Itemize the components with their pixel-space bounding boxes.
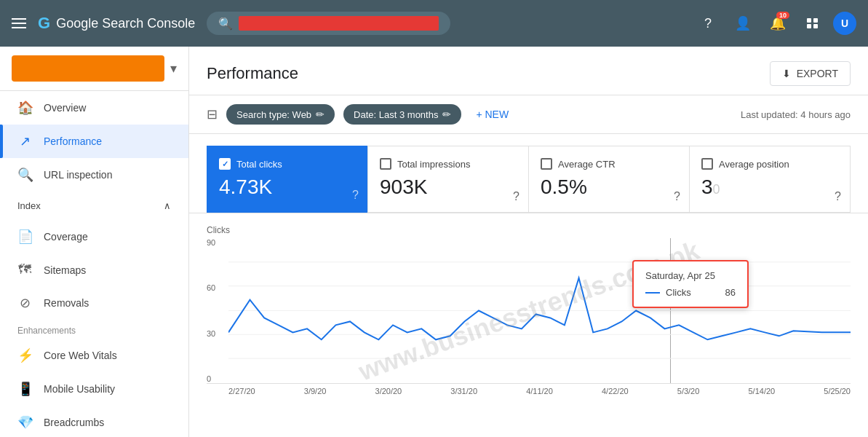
apps-button[interactable] <box>798 9 827 38</box>
avatar[interactable]: U <box>833 12 856 35</box>
tooltip-date: Saturday, Apr 25 <box>645 270 736 281</box>
export-label: EXPORT <box>797 68 838 79</box>
new-label: + NEW <box>476 109 509 120</box>
account-button[interactable]: 👤 <box>728 9 757 38</box>
mobile-icon: 📱 <box>17 381 32 397</box>
breadcrumbs-icon: 💎 <box>17 414 32 430</box>
index-section-header[interactable]: Index ∧ <box>0 192 188 220</box>
chevron-down-icon[interactable]: ▾ <box>170 60 177 76</box>
metrics-row: Total clicks 4.73K ? Total impressions 9… <box>189 134 868 213</box>
chart-svg <box>228 238 851 383</box>
metric-checkbox[interactable] <box>701 158 713 170</box>
metric-value: 30 <box>701 176 838 199</box>
trending-icon: ↗ <box>17 133 32 149</box>
home-icon: 🏠 <box>17 100 32 116</box>
main-content: Performance ⬇ EXPORT ⊟ Search type: Web … <box>189 47 868 437</box>
y-axis-label: 30 <box>207 329 228 338</box>
sidebar-item-label: Performance <box>44 135 102 147</box>
date-chip[interactable]: Date: Last 3 months ✏ <box>343 104 461 125</box>
sidebar-item-label: Core Web Vitals <box>44 350 117 361</box>
chart-tooltip: Saturday, Apr 25 Clicks 86 <box>632 260 749 308</box>
grid-icon <box>807 18 819 28</box>
metric-card-header: Total clicks <box>219 158 356 170</box>
metric-card-header: Average CTR <box>541 158 677 170</box>
metric-card-average-position[interactable]: Average position 30 ? <box>689 146 851 213</box>
core-web-vitals-icon: ⚡ <box>17 347 32 363</box>
app-body: ▾ 🏠 Overview ↗ Performance 🔍 URL inspect… <box>0 47 868 437</box>
header-icons: ? 👤 🔔 10 U <box>693 9 856 38</box>
sidebar-item-removals[interactable]: ⊘ Removals <box>0 286 188 320</box>
metric-label: Total clicks <box>236 159 282 170</box>
sidebar-item-label: Breadcrumbs <box>44 417 104 428</box>
search-type-chip[interactable]: Search type: Web ✏ <box>226 104 335 125</box>
sitemaps-icon: 🗺 <box>17 262 32 277</box>
x-axis-label: 5/25/20 <box>824 387 851 395</box>
page-title: Performance <box>207 64 770 83</box>
y-axis-label: 90 <box>207 238 228 247</box>
new-filter-button[interactable]: + NEW <box>470 104 514 125</box>
metric-card-total-impressions[interactable]: Total impressions 903K ? <box>367 146 528 213</box>
chart-y-axis: 90 60 30 0 <box>207 238 228 383</box>
chart-y-label: Clicks <box>207 225 851 235</box>
x-axis-label: 2/27/20 <box>228 387 255 395</box>
metric-checkbox[interactable] <box>541 158 552 170</box>
metric-card-average-ctr[interactable]: Average CTR 0.5% ? <box>528 146 689 213</box>
date-label: Date: Last 3 months <box>354 109 438 120</box>
metric-label: Average position <box>719 159 789 170</box>
export-button[interactable]: ⬇ EXPORT <box>770 61 851 86</box>
search-bar[interactable]: 🔍 <box>207 12 450 35</box>
chart-container[interactable]: 90 60 30 0 <box>207 238 851 384</box>
tooltip-metric-label: Clicks <box>666 287 720 298</box>
tooltip-row: Clicks 86 <box>645 287 736 298</box>
metric-card-header: Total impressions <box>380 158 517 170</box>
app-logo: G Google Search Console <box>38 14 195 33</box>
notifications-button[interactable]: 🔔 10 <box>763 9 792 38</box>
x-axis-label: 4/11/20 <box>526 387 553 395</box>
sidebar-item-label: Mobile Usability <box>44 383 115 395</box>
coverage-icon: 📄 <box>17 229 32 245</box>
help-icon[interactable]: ? <box>835 190 841 203</box>
sidebar-item-label: Removals <box>44 297 89 309</box>
download-icon: ⬇ <box>782 68 791 79</box>
chart-area: Clicks 90 60 30 0 <box>189 213 868 407</box>
sidebar-item-coverage[interactable]: 📄 Coverage <box>0 220 188 253</box>
filter-icon[interactable]: ⊟ <box>207 106 218 122</box>
removals-icon: ⊘ <box>17 295 32 311</box>
notification-badge: 10 <box>776 12 789 19</box>
sidebar-item-mobile-usability[interactable]: 📱 Mobile Usability <box>0 372 188 406</box>
metric-label: Total impressions <box>397 159 470 170</box>
inspect-icon: 🔍 <box>17 167 32 183</box>
sidebar-item-breadcrumbs[interactable]: 💎 Breadcrumbs <box>0 406 188 437</box>
metric-checkbox[interactable] <box>219 158 231 170</box>
help-icon[interactable]: ? <box>513 190 519 203</box>
sidebar-item-overview[interactable]: 🏠 Overview <box>0 91 188 125</box>
help-icon[interactable]: ? <box>674 190 680 203</box>
metric-checkbox[interactable] <box>380 158 391 170</box>
sidebar-item-label: URL inspection <box>44 169 112 181</box>
filter-bar: ⊟ Search type: Web ✏ Date: Last 3 months… <box>189 95 868 134</box>
sidebar-item-performance[interactable]: ↗ Performance <box>0 125 188 158</box>
x-axis-label: 4/22/20 <box>602 387 629 395</box>
property-selector[interactable]: ▾ <box>0 47 188 91</box>
edit-icon: ✏ <box>442 109 451 120</box>
sidebar-item-label: Overview <box>44 102 86 114</box>
x-axis-label: 5/3/20 <box>677 387 700 395</box>
sidebar-item-url-inspection[interactable]: 🔍 URL inspection <box>0 158 188 192</box>
sidebar-item-label: Coverage <box>44 231 88 243</box>
sidebar-item-sitemaps[interactable]: 🗺 Sitemaps <box>0 253 188 286</box>
help-icon: ? <box>704 16 712 31</box>
menu-button[interactable] <box>12 18 26 28</box>
sidebar: ▾ 🏠 Overview ↗ Performance 🔍 URL inspect… <box>0 47 189 437</box>
property-bar <box>12 55 164 82</box>
tooltip-metric-value: 86 <box>725 287 736 298</box>
x-axis-label: 3/20/20 <box>375 387 402 395</box>
x-axis-label: 3/9/20 <box>304 387 327 395</box>
metric-card-total-clicks[interactable]: Total clicks 4.73K ? <box>207 146 367 213</box>
x-axis-label: 3/31/20 <box>450 387 477 395</box>
avatar-initial: U <box>841 17 848 29</box>
search-input[interactable] <box>239 16 438 31</box>
search-icon: 🔍 <box>218 17 233 31</box>
help-button[interactable]: ? <box>693 9 722 38</box>
sidebar-item-core-web-vitals[interactable]: ⚡ Core Web Vitals <box>0 339 188 372</box>
help-icon[interactable]: ? <box>352 189 359 202</box>
